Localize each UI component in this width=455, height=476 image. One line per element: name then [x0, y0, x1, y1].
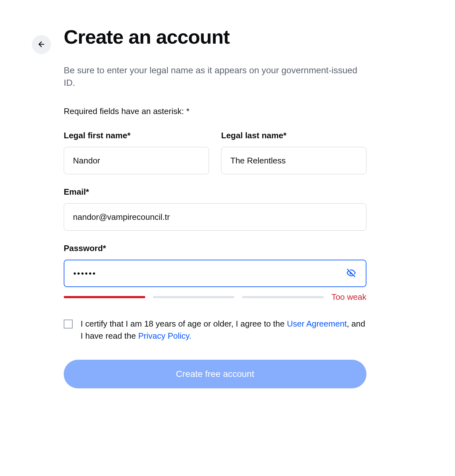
- password-strength-label: Too weak: [331, 292, 366, 302]
- strength-bar-3: [242, 296, 324, 298]
- consent-label: I certify that I am 18 years of age or o…: [81, 318, 366, 342]
- back-button[interactable]: [32, 35, 51, 54]
- consent-text-1: I certify that I am 18 years of age or o…: [81, 319, 287, 328]
- page-title: Create an account: [64, 25, 366, 48]
- user-agreement-link[interactable]: User Agreement: [287, 319, 347, 328]
- required-fields-note: Required fields have an asterisk: *: [64, 106, 366, 116]
- create-account-button[interactable]: Create free account: [64, 360, 366, 388]
- toggle-password-visibility-button[interactable]: [345, 267, 358, 280]
- arrow-left-icon: [37, 40, 46, 49]
- password-strength-meter: Too weak: [64, 292, 366, 302]
- password-label: Password*: [64, 243, 366, 253]
- password-input[interactable]: [64, 260, 366, 287]
- email-label: Email*: [64, 187, 366, 197]
- last-name-input[interactable]: [221, 147, 366, 174]
- email-input[interactable]: [64, 203, 366, 231]
- first-name-label: Legal first name*: [64, 131, 209, 141]
- subtitle-text: Be sure to enter your legal name as it a…: [64, 64, 366, 89]
- consent-checkbox[interactable]: [64, 320, 73, 328]
- first-name-input[interactable]: [64, 147, 209, 174]
- privacy-policy-link[interactable]: Privacy Policy.: [138, 331, 191, 341]
- strength-bar-2: [153, 296, 235, 298]
- eye-off-icon: [347, 269, 356, 278]
- strength-bar-1: [64, 296, 145, 298]
- last-name-label: Legal last name*: [221, 131, 366, 141]
